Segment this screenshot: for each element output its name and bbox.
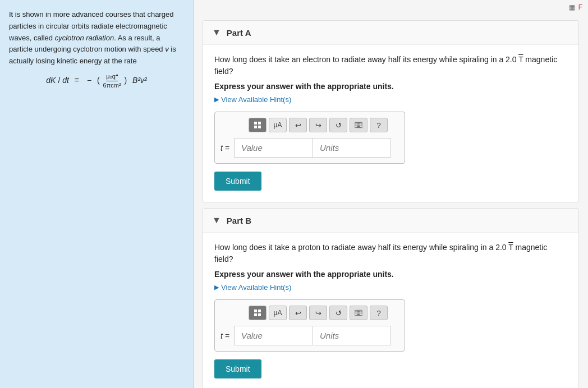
part-b-collapse-arrow[interactable]: ▼: [212, 215, 221, 225]
part-b-input-row: t =: [220, 326, 399, 345]
part-a-body: How long does it take an electron to rad…: [203, 45, 578, 202]
svg-rect-11: [357, 125, 358, 126]
hint-arrow-icon: ▶: [214, 96, 219, 103]
svg-rect-16: [254, 310, 257, 312]
part-a-mu-button[interactable]: μA: [269, 118, 287, 132]
svg-rect-14: [361, 125, 362, 126]
part-b-grid-button[interactable]: [249, 306, 267, 320]
svg-rect-12: [358, 125, 359, 126]
part-a-instruction: Express your answer with the appropriate…: [214, 82, 567, 91]
part-a-collapse-arrow[interactable]: ▼: [212, 27, 221, 38]
part-b-body: How long does it take a proton to radiat…: [203, 233, 578, 388]
part-a-value-input[interactable]: [234, 138, 313, 158]
part-a-mu-label: μA: [274, 121, 282, 129]
svg-rect-23: [358, 311, 359, 312]
part-a-units-input[interactable]: [313, 138, 391, 158]
part-a-question: How long does it take an electron to rad…: [214, 54, 567, 77]
part-b-help-button[interactable]: ?: [370, 306, 388, 320]
top-bar: ▦ F: [194, 0, 588, 15]
part-a-submit-button[interactable]: Submit: [214, 172, 261, 191]
part-b-value-input[interactable]: [234, 326, 313, 345]
part-b-mu-label: μA: [274, 309, 282, 317]
part-b-refresh-button[interactable]: ↺: [329, 306, 347, 320]
svg-rect-0: [254, 122, 257, 124]
part-b-toolbar: μA ↩ ↪ ↺: [220, 306, 399, 320]
part-b-question: How long does it take a proton to radiat…: [214, 242, 567, 265]
svg-rect-21: [356, 311, 357, 312]
part-a-redo-button[interactable]: ↪: [309, 118, 327, 132]
part-a-hint-link[interactable]: ▶ View Available Hint(s): [214, 95, 567, 104]
svg-rect-9: [361, 123, 362, 124]
part-b-undo-button[interactable]: ↩: [289, 306, 307, 320]
svg-rect-28: [358, 313, 359, 314]
part-b-section: ▼ Part B How long does it take a proton …: [203, 208, 579, 388]
part-a-input-row: t =: [220, 138, 399, 158]
part-a-keyboard-button[interactable]: [350, 118, 368, 132]
svg-rect-1: [258, 122, 261, 124]
cyclotron-term: cyclotron radiation: [55, 34, 114, 42]
formula: dK/dt = − ( μ₀q⁴ 6πcm² ) B²v²: [9, 73, 184, 89]
svg-rect-5: [356, 123, 357, 124]
svg-rect-19: [258, 313, 261, 316]
part-b-answer-box: μA ↩ ↪ ↺: [214, 299, 405, 352]
part-a-section: ▼ Part A How long does it take an electr…: [203, 20, 579, 202]
part-a-grid-button[interactable]: [249, 118, 267, 132]
svg-rect-24: [360, 311, 361, 312]
part-a-header[interactable]: ▼ Part A: [203, 21, 578, 45]
svg-rect-2: [254, 126, 257, 128]
svg-rect-25: [361, 311, 362, 312]
part-b-mu-button[interactable]: μA: [269, 306, 287, 320]
top-bar-icons: ▦ F: [569, 3, 582, 11]
part-a-answer-box: μA ↩ ↪ ↺: [214, 112, 405, 164]
svg-rect-30: [361, 313, 362, 314]
part-a-toolbar: μA ↩ ↪ ↺: [220, 118, 399, 132]
part-b-hint-label: View Available Hint(s): [221, 283, 291, 292]
svg-rect-27: [357, 313, 358, 314]
part-b-keyboard-button[interactable]: [350, 306, 368, 320]
svg-rect-10: [356, 125, 357, 126]
main-content: ▦ F ▼ Part A How long does it take an el…: [194, 0, 588, 388]
part-b-header[interactable]: ▼ Part B: [203, 209, 578, 233]
part-a-help-button[interactable]: ?: [370, 118, 388, 132]
part-a-title: Part A: [227, 28, 251, 38]
part-b-hint-link[interactable]: ▶ View Available Hint(s): [214, 283, 567, 292]
svg-rect-7: [358, 123, 359, 124]
part-b-redo-button[interactable]: ↪: [309, 306, 327, 320]
flag-icon[interactable]: F: [578, 3, 582, 11]
part-b-input-label: t =: [220, 331, 229, 340]
grid-icon[interactable]: ▦: [569, 3, 575, 11]
part-a-input-label: t =: [220, 144, 229, 153]
part-b-title: Part B: [227, 216, 251, 225]
svg-rect-17: [258, 310, 261, 312]
svg-rect-13: [360, 125, 361, 126]
part-a-hint-label: View Available Hint(s): [221, 95, 291, 104]
svg-rect-26: [356, 313, 357, 314]
svg-rect-3: [258, 126, 261, 128]
part-b-submit-button[interactable]: Submit: [214, 359, 261, 378]
part-b-hint-arrow-icon: ▶: [214, 284, 219, 291]
part-a-undo-button[interactable]: ↩: [289, 118, 307, 132]
sidebar: It is shown in more advanced courses tha…: [0, 0, 194, 388]
part-a-refresh-button[interactable]: ↺: [329, 118, 347, 132]
part-b-instruction: Express your answer with the appropriate…: [214, 270, 567, 279]
svg-rect-8: [360, 123, 361, 124]
svg-rect-18: [254, 313, 257, 316]
svg-rect-22: [357, 311, 358, 312]
part-b-units-input[interactable]: [313, 326, 391, 345]
svg-rect-6: [357, 123, 358, 124]
svg-rect-29: [360, 313, 361, 314]
svg-rect-15: [357, 126, 360, 127]
svg-rect-31: [357, 314, 360, 315]
